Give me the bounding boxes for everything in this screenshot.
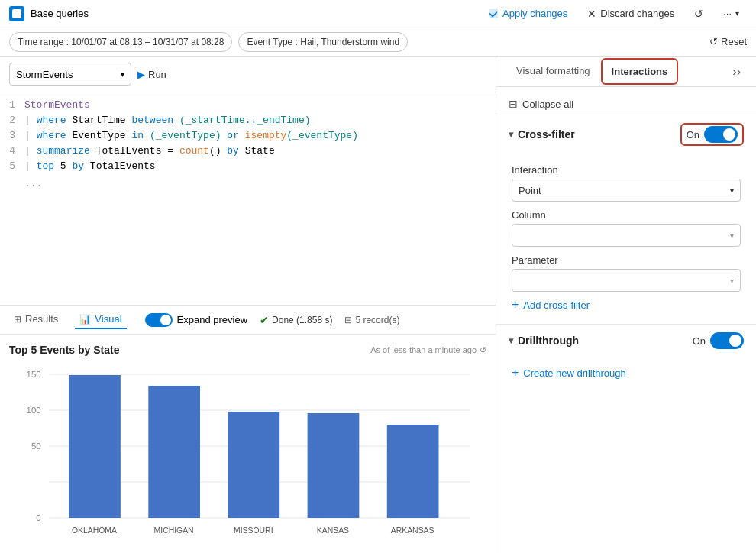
panel-more-button[interactable]: ›› xyxy=(726,59,747,85)
code-line-1: 1 StormEvents xyxy=(0,99,496,114)
svg-text:KANSAS: KANSAS xyxy=(317,526,349,535)
add-cross-filter-button[interactable]: + Add cross-filter xyxy=(512,292,590,315)
panel-tabs: Visual formatting Interactions ›› xyxy=(496,57,756,87)
svg-text:MICHIGAN: MICHIGAN xyxy=(154,526,194,535)
svg-rect-10 xyxy=(69,375,121,518)
code-line-4: 4 | summarize TotalEvents = count() by S… xyxy=(0,144,496,160)
code-line-5: 5 | top 5 by TotalEvents xyxy=(0,160,496,175)
panel-content: ⊟ Collapse all ▾ Cross-filter On xyxy=(496,87,756,553)
right-panel: Visual formatting Interactions ›› ⊟ Coll… xyxy=(496,57,756,553)
more-button[interactable]: ··· ▾ xyxy=(716,5,747,22)
collapse-all-row[interactable]: ⊟ Collapse all xyxy=(496,93,756,115)
time-range-filter[interactable]: Time range : 10/01/07 at 08:13 – 10/31/0… xyxy=(9,32,232,52)
run-button[interactable]: ▶ Run xyxy=(137,69,166,80)
create-drillthrough-button[interactable]: + Create new drillthrough xyxy=(512,360,626,383)
cross-filter-header-left: ▾ Cross-filter xyxy=(509,128,575,141)
svg-text:MISSOURI: MISSOURI xyxy=(234,526,273,535)
cross-filter-toggle[interactable] xyxy=(704,126,738,143)
refresh-small-icon[interactable]: ↺ xyxy=(480,345,486,355)
tab-results[interactable]: ⊞ Results xyxy=(9,310,63,329)
column-dropdown[interactable]: ▾ xyxy=(512,224,741,247)
top-bar: Base queries Apply changes ✕ Discard cha… xyxy=(0,0,756,27)
chart-title: Top 5 Events by State xyxy=(9,344,119,356)
filter-bar: Time range : 10/01/07 at 08:13 – 10/31/0… xyxy=(0,27,756,57)
svg-text:OKLAHOMA: OKLAHOMA xyxy=(72,526,117,535)
discard-changes-button[interactable]: ✕ Discard changes xyxy=(580,5,682,23)
svg-text:ARKANSAS: ARKANSAS xyxy=(391,526,435,535)
cross-filter-toggle-group: On xyxy=(680,123,744,146)
drillthrough-section: ▾ Drillthrough On + Create new drillthro… xyxy=(496,324,756,392)
refresh-button[interactable]: ↺ xyxy=(687,5,711,23)
chevron-down-icon: ▾ xyxy=(735,9,739,18)
cross-filter-body: Interaction Point ▾ Column ▾ Parameter ▾ xyxy=(496,154,756,324)
svg-text:50: 50 xyxy=(31,441,41,451)
chart-icon: 📊 xyxy=(79,314,91,325)
chevron-down-icon: ▾ xyxy=(509,129,513,140)
chart-title-row: Top 5 Events by State As of less than a … xyxy=(9,344,486,356)
reset-button[interactable]: ↺ Reset xyxy=(709,36,747,47)
code-line-2: 2 | where StartTime between (_startTime.… xyxy=(0,114,496,129)
drillthrough-toggle[interactable] xyxy=(710,332,744,349)
refresh-icon: ↺ xyxy=(694,8,703,20)
check-circle-icon: ✔ xyxy=(260,314,269,326)
chart-subtitle: As of less than a minute ago ↺ xyxy=(370,345,486,355)
svg-rect-16 xyxy=(308,413,360,518)
dropdown-chevron-icon: ▾ xyxy=(730,231,734,240)
collapse-icon: ⊟ xyxy=(509,98,518,110)
plus-icon: + xyxy=(512,298,519,312)
filter-tags: Time range : 10/01/07 at 08:13 – 10/31/0… xyxy=(9,32,408,52)
apply-changes-button[interactable]: Apply changes xyxy=(480,5,575,22)
expand-preview-toggle-group: Expand preview xyxy=(145,313,248,327)
interaction-dropdown[interactable]: Point ▾ xyxy=(512,179,741,202)
code-editor[interactable]: 1 StormEvents 2 | where StartTime betwee… xyxy=(0,92,496,305)
bar-chart-svg: 150 100 50 0 OKLAHOMA MICHIGAN MISSOURI xyxy=(9,359,486,553)
svg-text:100: 100 xyxy=(27,406,41,415)
expand-preview-toggle[interactable] xyxy=(145,313,173,327)
app-icon xyxy=(9,6,24,21)
play-icon: ▶ xyxy=(137,69,145,80)
code-ellipsis: ... xyxy=(0,175,496,192)
app-title: Base queries xyxy=(31,8,89,19)
drillthrough-header[interactable]: ▾ Drillthrough On xyxy=(496,325,756,357)
chevron-right-icon: ›› xyxy=(732,65,741,78)
tab-visual[interactable]: 📊 Visual xyxy=(75,310,126,329)
top-bar-right: Apply changes ✕ Discard changes ↺ ··· ▾ xyxy=(480,5,747,23)
tab-interactions[interactable]: Interactions xyxy=(601,58,679,85)
dropdown-chevron-icon: ▾ xyxy=(730,186,734,195)
reset-icon: ↺ xyxy=(709,36,718,47)
parameter-dropdown[interactable]: ▾ xyxy=(512,269,741,292)
event-type-filter[interactable]: Event Type : Hail, Thunderstorm wind xyxy=(238,32,408,52)
cross-filter-header[interactable]: ▾ Cross-filter On xyxy=(496,115,756,154)
drillthrough-body: + Create new drillthrough xyxy=(496,357,756,392)
top-bar-left: Base queries xyxy=(9,6,89,21)
svg-rect-18 xyxy=(387,425,439,518)
check-icon xyxy=(488,8,499,19)
query-toolbar: StormEvents ▾ ▶ Run xyxy=(0,57,496,92)
plus-icon: + xyxy=(512,366,519,380)
table-icon: ⊞ xyxy=(14,314,21,325)
dropdown-icon: ▾ xyxy=(121,70,124,79)
record-count: ⊟ 5 record(s) xyxy=(344,315,399,325)
svg-rect-14 xyxy=(228,412,279,518)
main-layout: StormEvents ▾ ▶ Run 1 StormEvents 2 | wh… xyxy=(0,57,756,553)
svg-text:0: 0 xyxy=(36,513,40,522)
code-line-3: 3 | where EventType in (_eventType) or i… xyxy=(0,129,496,144)
dropdown-chevron-icon: ▾ xyxy=(730,276,734,285)
chart-container: 150 100 50 0 OKLAHOMA MICHIGAN MISSOURI xyxy=(9,359,486,553)
x-icon: ✕ xyxy=(587,8,596,20)
tab-visual-formatting[interactable]: Visual formatting xyxy=(506,57,601,86)
svg-text:150: 150 xyxy=(27,370,41,379)
chevron-down-icon: ▾ xyxy=(509,335,513,346)
svg-rect-12 xyxy=(148,386,200,518)
cross-filter-section: ▾ Cross-filter On Interaction Point ▾ xyxy=(496,115,756,324)
drillthrough-toggle-group: On xyxy=(693,332,744,349)
status-done: ✔ Done (1.858 s) xyxy=(260,314,332,326)
left-panel: StormEvents ▾ ▶ Run 1 StormEvents 2 | wh… xyxy=(0,57,496,553)
chart-area: Top 5 Events by State As of less than a … xyxy=(0,335,496,553)
records-icon: ⊟ xyxy=(344,315,352,325)
results-bar: ⊞ Results 📊 Visual Expand preview ✔ Done… xyxy=(0,305,496,335)
drillthrough-header-left: ▾ Drillthrough xyxy=(509,335,579,347)
table-selector[interactable]: StormEvents ▾ xyxy=(9,63,131,86)
